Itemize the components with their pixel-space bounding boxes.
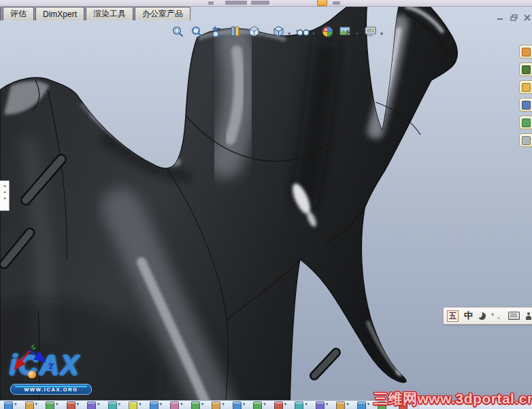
- toolbar-flyout-icon[interactable]: ▾: [357, 402, 370, 409]
- minimize-icon[interactable]: [496, 14, 505, 21]
- toolbar-flyout-icon[interactable]: ▾: [191, 402, 204, 409]
- coordinate-triad: Z: [4, 339, 59, 380]
- edit-appearance-icon[interactable]: [320, 24, 335, 39]
- restore-icon[interactable]: [510, 14, 518, 21]
- apply-scene-dropdown-caret[interactable]: ▾: [356, 31, 359, 37]
- soft-keyboard-icon[interactable]: [508, 312, 520, 320]
- toolbar-flyout-icon[interactable]: ▾: [67, 402, 80, 409]
- apply-scene-icon[interactable]: [339, 24, 354, 39]
- full-half-shape-moon-icon[interactable]: [478, 312, 486, 320]
- display-style-dropdown-caret[interactable]: ▾: [288, 31, 290, 37]
- command-manager-tab-bar: 评估 DimXpert 渲染工具 办公室产品: [0, 6, 186, 20]
- close-icon[interactable]: [523, 14, 531, 21]
- view-orientation-icon[interactable]: [246, 24, 261, 39]
- previous-view-icon[interactable]: [208, 24, 223, 39]
- open-folder-icon: [317, 0, 327, 6]
- solidworks-resources-home-icon[interactable]: [519, 45, 532, 59]
- tool-menu-icon[interactable]: [525, 312, 532, 320]
- ime-input-method-icon[interactable]: 五: [447, 310, 459, 322]
- toolbar-fragment: [251, 1, 269, 5]
- tab-dimxpert[interactable]: DimXpert: [35, 7, 84, 20]
- toolbar-flyout-icon[interactable]: ▾: [336, 402, 349, 409]
- view-orientation-dropdown-caret[interactable]: ▾: [263, 31, 266, 37]
- heads-up-view-toolbar: ▾ ▾ ▾ ▾ ▾: [170, 23, 388, 39]
- app-window: 评估 DimXpert 渲染工具 办公室产品 ▾ ▾ ▾ ▾ ▾: [0, 0, 532, 409]
- site-watermark: 三维网www.3dportal.cn: [373, 389, 532, 408]
- tab-office-products[interactable]: 办公室产品: [135, 7, 190, 20]
- toolbar-fragment: [225, 1, 247, 5]
- triad-z-axis: [30, 350, 45, 361]
- ime-language-toggle[interactable]: 中: [464, 310, 473, 322]
- appearances-scenes-icon[interactable]: [519, 116, 532, 129]
- toolbar-flyout-icon[interactable]: ▾: [295, 402, 307, 409]
- toolbar-flyout-icon[interactable]: ▾: [212, 402, 225, 409]
- toolbar-flyout-icon[interactable]: ▾: [87, 402, 100, 409]
- section-view-icon[interactable]: [227, 24, 242, 39]
- file-explorer-folder-icon[interactable]: [519, 80, 532, 94]
- hide-show-items-icon[interactable]: [295, 24, 310, 39]
- toolbar-fragment: [208, 1, 214, 5]
- triad-z-label: Z: [48, 361, 54, 371]
- toolbar-flyout-icon[interactable]: ▾: [233, 402, 246, 409]
- toolbar-flyout-icon[interactable]: ▾: [150, 402, 163, 409]
- bottom-toolbar-icons: ▾▾▾▾▾▾▾▾▾▾▾▾▾▾▾▾▾▾▾▾: [0, 401, 415, 409]
- window-controls: [496, 14, 531, 21]
- toolbar-flyout-icon[interactable]: ▾: [274, 402, 287, 409]
- toolbar-flyout-icon[interactable]: ▾: [170, 402, 183, 409]
- toolbar-flyout-icon[interactable]: ▾: [4, 402, 17, 409]
- toolbar-flyout-icon[interactable]: ▾: [108, 402, 121, 409]
- left-edge-mini-panel[interactable]: ◂ ◂ ◂: [0, 180, 10, 211]
- display-style-icon[interactable]: [271, 24, 286, 39]
- ime-punctuation-toggle[interactable]: °，: [491, 311, 503, 321]
- tab-render-tools[interactable]: 渲染工具: [86, 7, 133, 20]
- custom-properties-icon[interactable]: [519, 133, 532, 147]
- graphics-viewport[interactable]: [0, 0, 532, 409]
- toolbar-flyout-icon[interactable]: ▾: [46, 402, 59, 409]
- task-pane-tab-strip: [519, 45, 532, 151]
- triad-x-axis: [15, 350, 30, 369]
- view-settings-dropdown-caret[interactable]: ▾: [380, 31, 383, 37]
- tab-partial[interactable]: [0, 7, 1, 20]
- toolbar-flyout-icon[interactable]: ▾: [25, 402, 38, 409]
- design-library-icon[interactable]: [519, 63, 532, 76]
- hide-show-items-dropdown-caret[interactable]: ▾: [312, 31, 315, 37]
- icax-logo-url: WWW.ICAX.ORG: [10, 384, 92, 395]
- zoom-to-fit-icon[interactable]: [170, 24, 185, 39]
- view-settings-icon[interactable]: [363, 24, 378, 39]
- view-palette-icon[interactable]: [519, 98, 532, 112]
- zoom-to-area-icon[interactable]: [189, 24, 204, 39]
- tab-evaluate[interactable]: 评估: [3, 7, 34, 20]
- toolbar-flyout-icon[interactable]: ▾: [253, 402, 266, 409]
- toolbar-fragment: [333, 1, 340, 5]
- toolbar-flyout-icon[interactable]: ▾: [316, 402, 329, 409]
- triad-y-axis: [31, 345, 35, 349]
- ime-language-bar: 五 中 °，: [443, 307, 532, 325]
- toolbar-flyout-icon[interactable]: ▾: [129, 402, 142, 409]
